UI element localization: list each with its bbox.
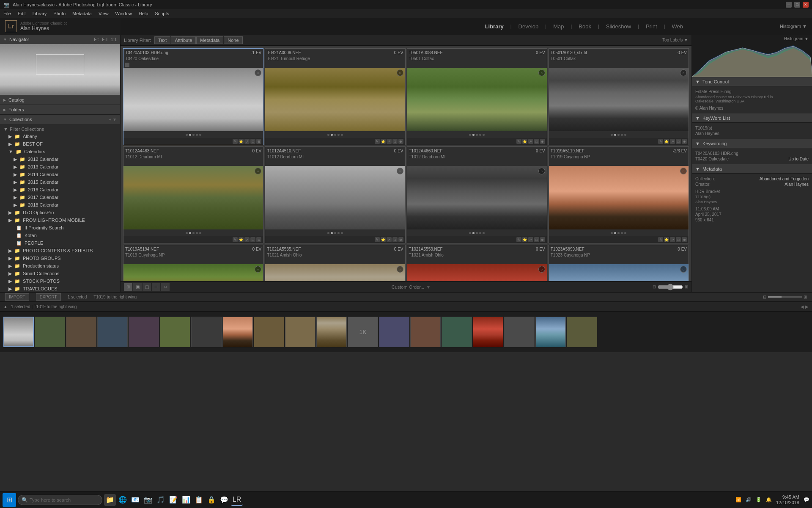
module-develop[interactable]: Develop	[518, 23, 539, 30]
collection-dxo[interactable]: ▶ 📁 DxO OpticsPro	[0, 209, 120, 216]
filmstrip-thumb-0[interactable]	[3, 317, 34, 347]
filmstrip-thumb-4[interactable]	[129, 317, 159, 347]
photo-cell-6[interactable]: T1012A4510.NEF 0 EV T1012 Dearborn MI ○	[265, 146, 405, 243]
collections-header[interactable]: ▼ Collections + ▼	[0, 115, 120, 124]
photo-cell-5[interactable]: T1012A4483.NEF 0 EV T1012 Dearborn MI ○	[123, 146, 263, 243]
menu-view[interactable]: View	[99, 11, 109, 16]
filmstrip-thumb-18[interactable]	[567, 317, 597, 347]
photo-cell-10[interactable]: T1021A5535.NEF 0 EV T1021 Amish Ohio ○	[265, 245, 405, 281]
module-slideshow[interactable]: Slideshow	[606, 23, 631, 30]
minimize-btn[interactable]: ─	[786, 2, 792, 8]
navigator-header[interactable]: ▼ Navigator Fit Fill 1:1	[0, 35, 120, 44]
menu-help[interactable]: Help	[139, 11, 148, 16]
filmstrip-thumb-11[interactable]: 1K	[348, 317, 378, 347]
filmstrip-thumb-1[interactable]	[35, 317, 65, 347]
filmstrip-thumb-3[interactable]	[97, 317, 128, 347]
menu-photo[interactable]: Photo	[53, 11, 66, 16]
taskbar-security[interactable]: 🔒	[206, 494, 217, 506]
collection-if-proximity[interactable]: 📋 If Proximity Search	[0, 224, 120, 232]
filmstrip-thumb-9[interactable]	[285, 317, 315, 347]
module-web[interactable]: Web	[672, 23, 683, 30]
filter-none-btn[interactable]: None	[224, 36, 242, 44]
module-map[interactable]: Map	[553, 23, 564, 30]
collection-travelogues[interactable]: ▶ 📁 TRAVELOGUES	[0, 285, 120, 292]
keyword-header[interactable]: ▼ KeyWord List	[692, 113, 812, 123]
photo-cell-9[interactable]: T1019A5194.NEF 0 EV T1019 Cuyahoga NP ○	[123, 245, 263, 281]
image-info-header[interactable]: ▼ Tone Control	[692, 77, 812, 86]
filter-text-btn[interactable]: Text	[154, 36, 170, 44]
filter-attrib-btn[interactable]: Attribute	[171, 36, 196, 44]
collection-album[interactable]: ▶ 📁 Albany	[0, 133, 120, 140]
taskbar-email[interactable]: 📧	[129, 494, 141, 506]
photo-cell-7[interactable]: T1012A4660.NEF 0 EV T1012 Dearborn MI ○	[407, 146, 547, 243]
taskbar-word[interactable]: 📋	[193, 494, 205, 506]
photo-cell-12[interactable]: T1023A5899.NEF 0 EV T1023 Cuyahoga NP ○	[549, 245, 689, 281]
nav-fill[interactable]: Fill	[102, 37, 107, 42]
collection-bestof[interactable]: ▶ 📁 BEST OF	[0, 140, 120, 148]
collection-kotan[interactable]: 📋 Kotan	[0, 232, 120, 239]
action-center-icon[interactable]: 💬	[804, 497, 809, 502]
thumb-size-slider[interactable]	[658, 284, 683, 290]
collection-stock[interactable]: ▶ 📁 STOCK PHOTOS	[0, 277, 120, 285]
view-loupe-btn[interactable]: ▣	[133, 283, 142, 291]
taskbar-note[interactable]: 📝	[167, 494, 179, 506]
collections-add[interactable]: + ▼	[109, 117, 117, 122]
taskbar-media[interactable]: 🎵	[155, 494, 167, 506]
photo-cell-11[interactable]: T1021A5553.NEF 0 EV T1021 Amish Ohio ○	[407, 245, 547, 281]
module-book[interactable]: Book	[579, 23, 591, 30]
export-btn[interactable]: EXPORT	[36, 293, 61, 301]
filmstrip-thumb-12[interactable]	[379, 317, 409, 347]
metadata-header[interactable]: ▼ Keywording	[692, 139, 812, 148]
taskbar-chat[interactable]: 💬	[218, 494, 230, 506]
filter-collections[interactable]: ▼ Filter Collections	[0, 126, 120, 133]
taskbar-browser[interactable]: 🌐	[117, 494, 129, 506]
filmstrip-thumb-10[interactable]	[316, 317, 347, 347]
photo-cell-4[interactable]: T0501A0130_sfx.tif 0 EV T0501 Colfax ○	[549, 48, 689, 145]
collection-2012cal[interactable]: ▶ 📁 2012 Calendar	[0, 155, 120, 163]
collection-from-mobile[interactable]: ▶ 📁 FROM LIGHTROOM MOBILE	[0, 216, 120, 224]
taskbar-lr-active[interactable]: LR	[231, 494, 243, 506]
menu-scripts[interactable]: Scripts	[155, 11, 169, 16]
collection-production[interactable]: ▶ 📁 Production status	[0, 262, 120, 270]
collection-groups[interactable]: ▶ 📁 PHOTO GROUPS	[0, 254, 120, 262]
photo-cell-2[interactable]: T0421A0009.NEF 0 EV T0421 Turnbull Refug…	[265, 48, 405, 145]
filmstrip-expand[interactable]: ▲	[3, 304, 8, 309]
nav-fit[interactable]: Fit	[94, 37, 99, 42]
collection-contests[interactable]: ▶ 📁 PHOTO CONTESTS & EXHIBITS	[0, 247, 120, 254]
taskbar-excel[interactable]: 📊	[180, 494, 192, 506]
catalog-header[interactable]: ▶ Catalog	[0, 95, 120, 105]
close-btn[interactable]: ✕	[803, 2, 809, 8]
maximize-btn[interactable]: □	[794, 2, 800, 8]
filmstrip-thumb-6[interactable]	[191, 317, 222, 347]
menu-window[interactable]: Window	[115, 11, 132, 16]
view-survey-btn[interactable]: □	[152, 283, 160, 291]
collection-calendars[interactable]: ▼ 📁 Calendars	[0, 148, 120, 155]
import-btn[interactable]: IMPORT	[5, 293, 29, 301]
view-compare-btn[interactable]: ◫	[143, 283, 151, 291]
module-library[interactable]: Library	[485, 23, 504, 30]
start-btn[interactable]: ⊞	[3, 493, 16, 507]
filmstrip-thumb-13[interactable]	[410, 317, 441, 347]
menu-library[interactable]: Library	[33, 11, 47, 16]
photo-cell-3[interactable]: T0501A0088.NEF 0 EV T0501 Colfax ○	[407, 48, 547, 145]
photo-cell-8[interactable]: T1019A5119.NEF -2/3 EV T1019 Cuyahoga NP…	[549, 146, 689, 243]
filmstrip-thumb-15[interactable]	[473, 317, 503, 347]
collection-people[interactable]: 📋 PEOPLE	[0, 239, 120, 247]
filmstrip-thumb-8[interactable]	[254, 317, 284, 347]
collection-2018cal[interactable]: ▶ 📁 2018 Calendar	[0, 201, 120, 209]
menu-metadata[interactable]: Metadata	[72, 11, 92, 16]
taskbar-photo[interactable]: 📷	[142, 494, 154, 506]
nav-ratio[interactable]: 1:1	[111, 37, 117, 42]
collection-2015cal[interactable]: ▶ 📁 2015 Calendar	[0, 178, 120, 186]
folders-header[interactable]: ▶ Folders	[0, 105, 120, 114]
module-print[interactable]: Print	[646, 23, 657, 30]
filmstrip-thumb-17[interactable]	[535, 317, 566, 347]
view-people-btn[interactable]: ☺	[161, 283, 170, 291]
taskbar-file-explorer[interactable]: 📁	[104, 494, 116, 506]
collection-2017cal[interactable]: ▶ 📁 2017 Calendar	[0, 193, 120, 201]
filmstrip-thumb-5[interactable]	[160, 317, 190, 347]
collection-2016cal[interactable]: ▶ 📁 2016 Calendar	[0, 186, 120, 193]
menu-edit[interactable]: Edit	[18, 11, 26, 16]
view-grid-btn[interactable]: ⊞	[124, 283, 132, 291]
notification-icon[interactable]: 🔔	[766, 497, 772, 502]
